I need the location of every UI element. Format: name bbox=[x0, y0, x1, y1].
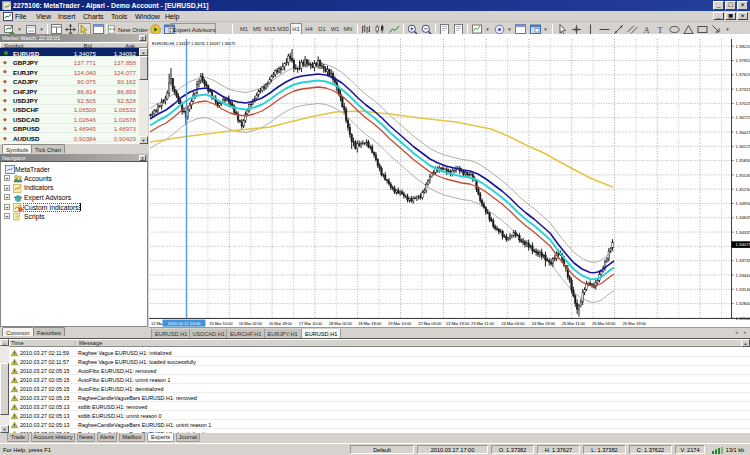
svg-text:1.32840: 1.32840 bbox=[736, 301, 750, 306]
svg-text:1.35830: 1.35830 bbox=[736, 158, 750, 163]
svg-text:1.37325: 1.37325 bbox=[736, 87, 750, 92]
svg-text:25 Mar 11:00: 25 Mar 11:00 bbox=[562, 321, 586, 326]
svg-text:1.37620: 1.37620 bbox=[736, 72, 750, 77]
svg-text:16 Mar 02:00: 16 Mar 02:00 bbox=[239, 321, 263, 326]
svg-text:22 Mar 03:00: 22 Mar 03:00 bbox=[418, 321, 442, 326]
svg-text:1.37920: 1.37920 bbox=[736, 58, 750, 63]
svg-text:19 Mar 10:00: 19 Mar 10:00 bbox=[388, 321, 412, 326]
svg-text:1.33440: 1.33440 bbox=[736, 273, 750, 278]
svg-text:1.36425: 1.36425 bbox=[736, 130, 750, 135]
svg-text:1.34635: 1.34635 bbox=[736, 215, 750, 220]
svg-text:A: A bbox=[644, 24, 651, 34]
svg-text:23 Mar 11:00: 23 Mar 11:00 bbox=[471, 321, 495, 326]
svg-text:1.35230: 1.35230 bbox=[736, 187, 750, 192]
svg-text:26 Mar 19:00: 26 Mar 19:00 bbox=[623, 321, 647, 326]
svg-text:T: T bbox=[658, 24, 664, 34]
svg-text:1.37025: 1.37025 bbox=[736, 101, 750, 106]
svg-text:EURUSD,H1 1.34127 1.34231 1.3: EURUSD,H1 1.34127 1.34231 1.34037 1.3407… bbox=[152, 41, 236, 46]
svg-text:15 Mar 10:00: 15 Mar 10:00 bbox=[209, 321, 233, 326]
svg-text:1.36725: 1.36725 bbox=[736, 115, 750, 120]
svg-text:24 Mar 19:00: 24 Mar 19:00 bbox=[532, 321, 556, 326]
svg-text:1.34335: 1.34335 bbox=[736, 230, 750, 235]
svg-text:1.36125: 1.36125 bbox=[736, 144, 750, 149]
svg-text:26 Mar 03:00: 26 Mar 03:00 bbox=[592, 321, 616, 326]
svg-text:1.33140: 1.33140 bbox=[736, 287, 750, 292]
svg-text:1.33735: 1.33735 bbox=[736, 258, 750, 263]
svg-text:1.38220: 1.38220 bbox=[736, 44, 750, 49]
svg-text:2010.03.12 16:00: 2010.03.12 16:00 bbox=[168, 321, 201, 326]
svg-text:1.35530: 1.35530 bbox=[736, 173, 750, 178]
svg-text:18 Mar 18:00: 18 Mar 18:00 bbox=[358, 321, 382, 326]
svg-text:22 Mar 19:00: 22 Mar 19:00 bbox=[446, 321, 470, 326]
svg-text:18 Mar 02:00: 18 Mar 02:00 bbox=[329, 321, 353, 326]
svg-text:1.32540: 1.32540 bbox=[736, 316, 750, 321]
svg-text:1.34930: 1.34930 bbox=[736, 201, 750, 206]
svg-text:24 Mar 03:00: 24 Mar 03:00 bbox=[501, 321, 525, 326]
svg-text:12 Ma: 12 Ma bbox=[151, 321, 163, 326]
svg-text:16 Mar 18:00: 16 Mar 18:00 bbox=[269, 321, 293, 326]
svg-text:1.34075: 1.34075 bbox=[736, 242, 750, 247]
svg-text:17 Mar 10:00: 17 Mar 10:00 bbox=[299, 321, 323, 326]
